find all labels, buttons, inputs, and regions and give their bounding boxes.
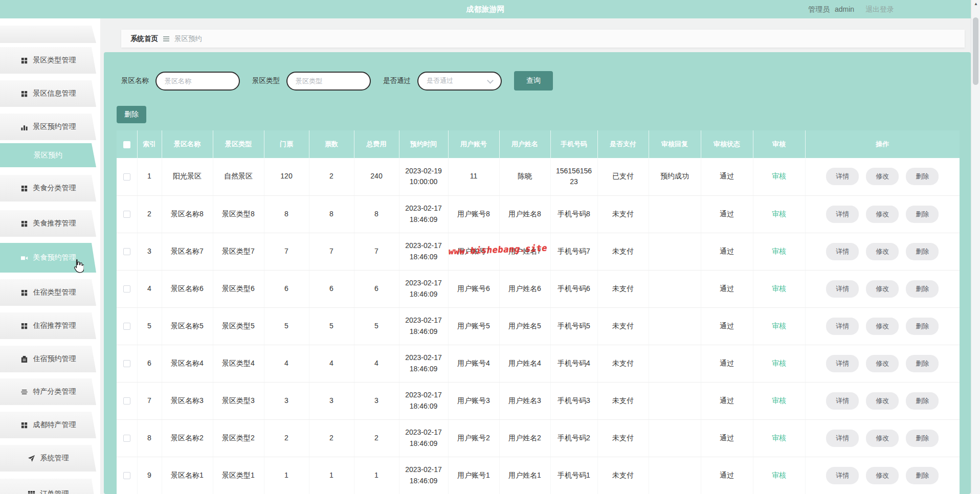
pass-select[interactable]: 是否通过 bbox=[417, 72, 502, 91]
detail-button[interactable]: 详情 bbox=[826, 355, 859, 372]
cell-reply bbox=[649, 233, 701, 270]
sidebar-item-3[interactable]: 景区预约管理 bbox=[0, 114, 96, 140]
detail-button[interactable]: 详情 bbox=[826, 280, 859, 298]
edit-button[interactable]: 修改 bbox=[866, 168, 899, 185]
sidebar-item-8[interactable]: 住宿类型管理 bbox=[0, 279, 96, 306]
row-checkbox[interactable] bbox=[123, 360, 130, 367]
audit-link[interactable]: 审核 bbox=[772, 172, 786, 180]
sidebar-item-1[interactable]: 景区类型管理 bbox=[0, 47, 96, 74]
detail-button[interactable]: 详情 bbox=[826, 467, 859, 484]
row-checkbox[interactable] bbox=[123, 323, 130, 330]
edit-button[interactable]: 修改 bbox=[866, 392, 899, 410]
table-row: 9景区名称1景区类型11112023-02-17 18:46:09用户账号1用户… bbox=[117, 457, 960, 494]
audit-link[interactable]: 审核 bbox=[772, 434, 786, 442]
sidebar-item-11[interactable]: 特产分类管理 bbox=[0, 378, 96, 405]
grid-icon bbox=[20, 185, 28, 192]
sidebar-item-14[interactable]: 订单管理 bbox=[0, 479, 96, 494]
detail-button[interactable]: 详情 bbox=[826, 243, 859, 260]
table-row: 7景区名称3景区类型33332023-02-17 18:46:09用户账号3用户… bbox=[117, 382, 960, 419]
cell-ticket: 8 bbox=[264, 195, 309, 233]
sidebar-item-13[interactable]: 系统管理 bbox=[0, 445, 96, 471]
row-checkbox[interactable] bbox=[123, 248, 130, 255]
cell-type: 景区类型8 bbox=[213, 195, 264, 233]
table-header-row: 索引景区名称景区类型门票票数总费用预约时间用户账号用户姓名手机号码是否支付审核回… bbox=[117, 130, 960, 158]
delete-row-button[interactable]: 删除 bbox=[906, 206, 939, 223]
cell-name: 阳光景区 bbox=[162, 158, 213, 195]
scenic-type-input[interactable] bbox=[286, 72, 371, 91]
cell-status: 通过 bbox=[701, 345, 753, 382]
sidebar-item-4[interactable]: 景区预约 bbox=[0, 143, 96, 167]
cell-time: 2023-02-17 18:46:09 bbox=[399, 233, 448, 270]
delete-row-button[interactable]: 删除 bbox=[906, 318, 939, 335]
cell-audit: 审核 bbox=[753, 270, 805, 307]
audit-link[interactable]: 审核 bbox=[772, 210, 786, 218]
cell-user: 用户姓名4 bbox=[499, 345, 550, 382]
audit-link[interactable]: 审核 bbox=[772, 322, 786, 330]
delete-row-button[interactable]: 删除 bbox=[906, 280, 939, 298]
detail-button[interactable]: 详情 bbox=[826, 318, 859, 335]
cell-paid: 未支付 bbox=[597, 382, 649, 419]
audit-link[interactable]: 审核 bbox=[772, 284, 786, 293]
scenic-name-input[interactable] bbox=[155, 72, 240, 91]
sidebar-item-9[interactable]: 住宿推荐管理 bbox=[0, 312, 96, 339]
delete-row-button[interactable]: 删除 bbox=[906, 467, 939, 484]
edit-button[interactable]: 修改 bbox=[866, 318, 899, 335]
delete-row-button[interactable]: 删除 bbox=[906, 392, 939, 410]
edit-button[interactable]: 修改 bbox=[866, 467, 899, 484]
sidebar-item-6[interactable]: 美食推荐管理 bbox=[0, 210, 96, 237]
column-header: 手机号码 bbox=[550, 130, 597, 158]
detail-button[interactable]: 详情 bbox=[826, 168, 859, 185]
page-scrollbar[interactable]: ▲ bbox=[971, 0, 980, 494]
row-checkbox[interactable] bbox=[123, 285, 130, 293]
detail-button[interactable]: 详情 bbox=[826, 392, 859, 410]
audit-link[interactable]: 审核 bbox=[772, 396, 786, 405]
sidebar-item-partial[interactable] bbox=[0, 26, 96, 43]
scenic-type-label: 景区类型 bbox=[252, 76, 280, 85]
edit-button[interactable]: 修改 bbox=[866, 243, 899, 260]
edit-button[interactable]: 修改 bbox=[866, 206, 899, 223]
cell-name: 景区名称8 bbox=[162, 195, 213, 233]
cell-total: 5 bbox=[354, 307, 399, 345]
row-checkbox[interactable] bbox=[123, 472, 130, 479]
edit-button[interactable]: 修改 bbox=[866, 280, 899, 298]
audit-link[interactable]: 审核 bbox=[772, 471, 786, 479]
edit-button[interactable]: 修改 bbox=[866, 430, 899, 447]
delete-row-button[interactable]: 删除 bbox=[906, 243, 939, 260]
grid-icon bbox=[20, 322, 28, 330]
sidebar-item-label: 特产分类管理 bbox=[33, 387, 76, 396]
cell-reply bbox=[649, 195, 701, 233]
detail-button[interactable]: 详情 bbox=[826, 430, 859, 447]
row-checkbox[interactable] bbox=[123, 173, 130, 181]
sidebar-item-2[interactable]: 景区信息管理 bbox=[0, 80, 96, 107]
audit-link[interactable]: 审核 bbox=[772, 359, 786, 367]
delete-row-button[interactable]: 删除 bbox=[906, 168, 939, 185]
app-header: 成都旅游网 管理员 admin 退出登录 bbox=[0, 0, 971, 18]
detail-button[interactable]: 详情 bbox=[826, 206, 859, 223]
sidebar-item-label: 景区类型管理 bbox=[33, 56, 76, 65]
delete-row-button[interactable]: 删除 bbox=[906, 430, 939, 447]
sidebar-item-12[interactable]: 成都特产管理 bbox=[0, 412, 96, 438]
row-checkbox[interactable] bbox=[123, 211, 130, 218]
query-button[interactable]: 查询 bbox=[514, 71, 553, 91]
audit-link[interactable]: 审核 bbox=[772, 247, 786, 255]
sidebar-item-5[interactable]: 美食分类管理 bbox=[0, 175, 96, 201]
scroll-up-arrow-icon[interactable]: ▲ bbox=[971, 0, 980, 8]
cell-count: 1 bbox=[309, 457, 354, 494]
select-all-checkbox[interactable] bbox=[123, 141, 130, 148]
logout-link[interactable]: 退出登录 bbox=[865, 5, 894, 13]
edit-button[interactable]: 修改 bbox=[866, 355, 899, 372]
scrollbar-thumb[interactable] bbox=[973, 17, 978, 85]
breadcrumb-home[interactable]: 系统首页 bbox=[130, 34, 158, 43]
cell-name: 景区名称1 bbox=[162, 457, 213, 494]
cell-account: 用户账号8 bbox=[448, 195, 499, 233]
sidebar-item-10[interactable]: 住宿预约管理 bbox=[0, 346, 96, 372]
row-checkbox[interactable] bbox=[123, 397, 130, 405]
table-row: 2景区名称8景区类型88882023-02-17 18:46:09用户账号8用户… bbox=[117, 195, 960, 233]
user-area: 管理员 admin 退出登录 bbox=[808, 0, 894, 18]
row-checkbox[interactable] bbox=[123, 435, 130, 442]
select-all-header-cell bbox=[117, 130, 137, 158]
delete-button[interactable]: 删除 bbox=[117, 106, 146, 123]
cell-time: 2023-02-17 18:46:09 bbox=[399, 345, 448, 382]
delete-row-button[interactable]: 删除 bbox=[906, 355, 939, 372]
grid-icon bbox=[20, 421, 28, 429]
